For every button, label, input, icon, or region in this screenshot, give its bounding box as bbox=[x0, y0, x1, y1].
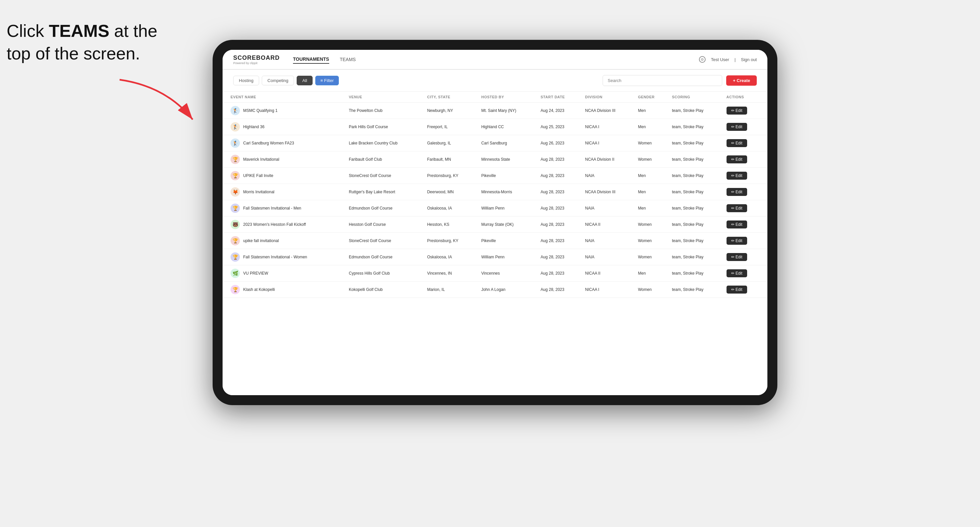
cell-city-state: Hesston, KS bbox=[423, 216, 477, 233]
table-row: 🐻 2023 Women's Hesston Fall Kickoff Hess… bbox=[223, 216, 767, 233]
edit-button[interactable]: ✏ Edit bbox=[727, 172, 747, 179]
table-row: 🏆 upike fall invitational StoneCrest Gol… bbox=[223, 233, 767, 249]
cell-actions: ✏ Edit bbox=[722, 135, 767, 151]
cell-hosted-by: Pikeville bbox=[477, 168, 537, 184]
cell-event-name: 🌿 VU PREVIEW bbox=[223, 265, 345, 282]
cell-scoring: team, Stroke Play bbox=[668, 184, 722, 200]
cell-city-state: Newburgh, NY bbox=[423, 103, 477, 119]
tournaments-table: EVENT NAME VENUE CITY, STATE HOSTED BY S… bbox=[223, 92, 767, 298]
cell-division: NAIA bbox=[581, 168, 634, 184]
cell-venue: StoneCrest Golf Course bbox=[345, 233, 423, 249]
create-button[interactable]: + Create bbox=[726, 75, 757, 86]
cell-scoring: team, Stroke Play bbox=[668, 200, 722, 216]
cell-hosted-by: Highland CC bbox=[477, 119, 537, 135]
sign-out-link[interactable]: Sign out bbox=[741, 57, 757, 62]
logo-text: SCOREBOARD bbox=[233, 54, 280, 62]
all-filter-button[interactable]: All bbox=[297, 76, 313, 85]
event-icon: 🏆 bbox=[231, 203, 240, 213]
edit-button[interactable]: ✏ Edit bbox=[727, 204, 747, 212]
cell-hosted-by: Murray State (OK) bbox=[477, 216, 537, 233]
cell-scoring: team, Stroke Play bbox=[668, 119, 722, 135]
edit-button[interactable]: ✏ Edit bbox=[727, 188, 747, 196]
edit-button[interactable]: ✏ Edit bbox=[727, 286, 747, 294]
nav-bar: SCOREBOARD Powered by clippit TOURNAMENT… bbox=[223, 50, 767, 70]
cell-scoring: team, Stroke Play bbox=[668, 151, 722, 168]
table-row: 🌿 VU PREVIEW Cypress Hills Golf Club Vin… bbox=[223, 265, 767, 282]
edit-button[interactable]: ✏ Edit bbox=[727, 221, 747, 229]
table-body: 🏌 MSMC Qualifying 1 The Powelton Club Ne… bbox=[223, 103, 767, 298]
cell-gender: Women bbox=[634, 249, 668, 265]
edit-button[interactable]: ✏ Edit bbox=[727, 123, 747, 131]
cell-event-name: 🏆 Maverick Invitational bbox=[223, 151, 345, 168]
nav-link-teams[interactable]: TEAMS bbox=[340, 56, 356, 63]
cell-venue: The Powelton Club bbox=[345, 103, 423, 119]
cell-city-state: Prestonsburg, KY bbox=[423, 168, 477, 184]
col-gender: GENDER bbox=[634, 92, 668, 103]
competing-filter-button[interactable]: Competing bbox=[262, 76, 294, 85]
edit-button[interactable]: ✏ Edit bbox=[727, 106, 747, 114]
event-icon: 🏌 bbox=[231, 122, 240, 132]
cell-hosted-by: William Penn bbox=[477, 249, 537, 265]
event-name-text: UPIKE Fall Invite bbox=[243, 173, 274, 178]
cell-start-date: Aug 28, 2023 bbox=[536, 249, 581, 265]
edit-button[interactable]: ✏ Edit bbox=[727, 237, 747, 245]
cell-city-state: Oskaloosa, IA bbox=[423, 200, 477, 216]
cell-gender: Men bbox=[634, 200, 668, 216]
event-name-text: upike fall invitational bbox=[243, 238, 279, 243]
col-scoring: SCORING bbox=[668, 92, 722, 103]
table-row: 🏌 MSMC Qualifying 1 The Powelton Club Ne… bbox=[223, 103, 767, 119]
event-icon: 🏌 bbox=[231, 138, 240, 148]
table-row: 🏆 Klash at Kokopelli Kokopelli Golf Club… bbox=[223, 282, 767, 298]
settings-icon[interactable]: ⚙ bbox=[699, 56, 706, 63]
cell-division: NICAA I bbox=[581, 119, 634, 135]
cell-actions: ✏ Edit bbox=[722, 168, 767, 184]
filter-button[interactable]: ≡ Filter bbox=[315, 76, 339, 85]
cell-venue: Park Hills Golf Course bbox=[345, 119, 423, 135]
edit-button[interactable]: ✏ Edit bbox=[727, 156, 747, 163]
cell-start-date: Aug 28, 2023 bbox=[536, 168, 581, 184]
cell-actions: ✏ Edit bbox=[722, 200, 767, 216]
cell-division: NAIA bbox=[581, 249, 634, 265]
cell-scoring: team, Stroke Play bbox=[668, 282, 722, 298]
cell-division: NCAA Division III bbox=[581, 184, 634, 200]
edit-button[interactable]: ✏ Edit bbox=[727, 253, 747, 261]
cell-start-date: Aug 28, 2023 bbox=[536, 233, 581, 249]
edit-button[interactable]: ✏ Edit bbox=[727, 269, 747, 277]
cell-city-state: Vincennes, IN bbox=[423, 265, 477, 282]
cell-venue: Edmundson Golf Course bbox=[345, 200, 423, 216]
event-icon: 🏆 bbox=[231, 236, 240, 245]
filter-left: Hosting Competing All ≡ Filter bbox=[233, 76, 339, 85]
event-name-text: Klash at Kokopelli bbox=[243, 287, 275, 292]
event-name-text: VU PREVIEW bbox=[243, 271, 268, 276]
table-row: 🏌 Carl Sandburg Women FA23 Lake Bracken … bbox=[223, 135, 767, 151]
event-name-text: Highland 36 bbox=[243, 125, 264, 129]
event-icon: 🏌 bbox=[231, 106, 240, 115]
cell-event-name: 🏌 Highland 36 bbox=[223, 119, 345, 135]
instruction-arrow bbox=[116, 76, 216, 143]
cell-start-date: Aug 28, 2023 bbox=[536, 151, 581, 168]
content-area: Hosting Competing All ≡ Filter + Create … bbox=[223, 70, 767, 395]
hosting-filter-button[interactable]: Hosting bbox=[233, 76, 259, 85]
search-input[interactable] bbox=[603, 75, 722, 86]
tablet-frame: SCOREBOARD Powered by clippit TOURNAMENT… bbox=[213, 40, 777, 405]
cell-venue: Kokopelli Golf Club bbox=[345, 282, 423, 298]
cell-start-date: Aug 26, 2023 bbox=[536, 135, 581, 151]
event-name-text: Maverick Invitational bbox=[243, 157, 279, 162]
event-icon: 🏆 bbox=[231, 285, 240, 294]
cell-gender: Men bbox=[634, 119, 668, 135]
event-name-text: MSMC Qualifying 1 bbox=[243, 108, 277, 113]
filter-right: + Create bbox=[603, 75, 757, 86]
edit-button[interactable]: ✏ Edit bbox=[727, 139, 747, 147]
cell-hosted-by: Minnesota State bbox=[477, 151, 537, 168]
event-name-text: Fall Statesmen Invitational - Women bbox=[243, 255, 307, 259]
cell-venue: Ruttger's Bay Lake Resort bbox=[345, 184, 423, 200]
cell-city-state: Faribault, MN bbox=[423, 151, 477, 168]
cell-actions: ✏ Edit bbox=[722, 119, 767, 135]
cell-venue: Cypress Hills Golf Club bbox=[345, 265, 423, 282]
cell-actions: ✏ Edit bbox=[722, 233, 767, 249]
cell-actions: ✏ Edit bbox=[722, 282, 767, 298]
cell-scoring: team, Stroke Play bbox=[668, 103, 722, 119]
cell-scoring: team, Stroke Play bbox=[668, 249, 722, 265]
nav-link-tournaments[interactable]: TOURNAMENTS bbox=[293, 55, 329, 64]
cell-division: NICAA II bbox=[581, 216, 634, 233]
